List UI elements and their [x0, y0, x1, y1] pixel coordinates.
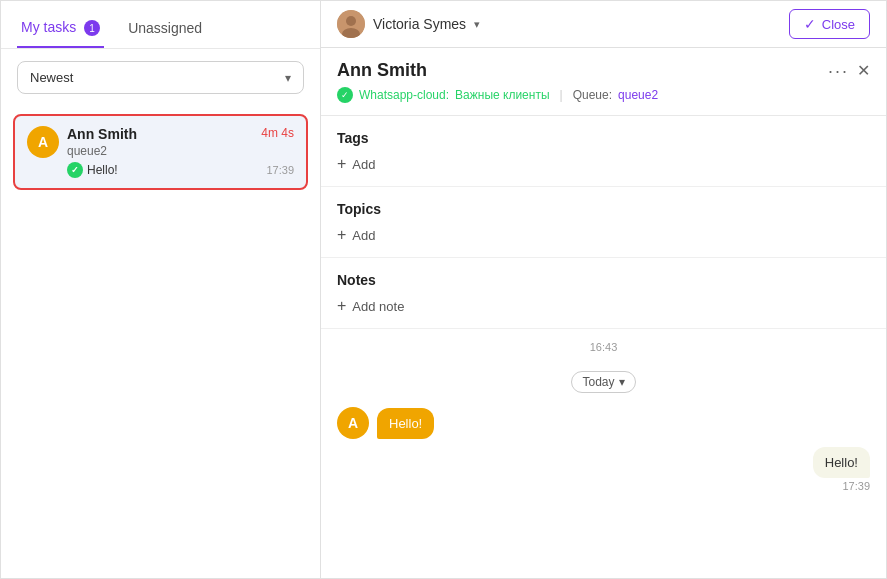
outgoing-time: 17:39 [813, 480, 870, 492]
notes-section: Notes + Add note [321, 258, 886, 329]
right-panel: Victoria Symes ▾ ✓ Close Ann Smith ··· ✕… [321, 1, 886, 578]
channel-name: Важные клиенты [455, 88, 549, 102]
right-header: Victoria Symes ▾ ✓ Close [321, 1, 886, 48]
content-area: Tags + Add Topics + Add Notes + Add [321, 115, 886, 578]
left-panel: My tasks 1 Unassigned Newest ▾ A [1, 1, 321, 578]
header-actions: ··· ✕ [828, 61, 870, 80]
outgoing-message-text: Hello! [825, 455, 858, 470]
sort-label: Newest [30, 70, 73, 85]
check-icon: ✓ [804, 16, 816, 32]
whatsapp-meta-icon: ✓ [337, 87, 353, 103]
outgoing-message-row: Hello! 17:39 [337, 447, 870, 492]
close-label: Close [822, 17, 855, 32]
add-tag-label: Add [352, 157, 375, 172]
tabs-row: My tasks 1 Unassigned [1, 1, 320, 49]
incoming-avatar: A [337, 407, 369, 439]
conv-time-badge: 4m 4s [261, 126, 294, 140]
topics-section: Topics + Add [321, 187, 886, 258]
contact-header: Ann Smith ··· ✕ [321, 48, 886, 87]
conv-msg: ✓ Hello! [67, 162, 118, 178]
plus-icon: + [337, 156, 346, 172]
today-chevron-icon: ▾ [619, 375, 625, 389]
tab-unassigned[interactable]: Unassigned [124, 12, 206, 48]
conv-info: Ann Smith queue2 [67, 126, 137, 158]
incoming-message-row: A Hello! [337, 407, 870, 439]
add-note-button[interactable]: + Add note [337, 298, 870, 314]
conv-message-text: Hello! [87, 163, 118, 177]
agent-avatar [337, 10, 365, 38]
incoming-bubble: Hello! [377, 408, 434, 439]
conv-header: A Ann Smith queue2 4m 4s [27, 126, 294, 158]
my-tasks-label: My tasks [21, 19, 76, 35]
conv-message-row: ✓ Hello! 17:39 [27, 162, 294, 178]
sort-dropdown[interactable]: Newest ▾ [17, 61, 304, 94]
contact-meta: ✓ Whatsapp-cloud: Важные клиенты | Queue… [321, 87, 886, 115]
chevron-down-icon: ▾ [285, 71, 291, 85]
outgoing-bubble: Hello! [813, 447, 870, 478]
more-options-button[interactable]: ··· [828, 62, 849, 80]
add-tag-button[interactable]: + Add [337, 156, 870, 172]
add-note-label: Add note [352, 299, 404, 314]
add-topic-button[interactable]: + Add [337, 227, 870, 243]
conv-left: A Ann Smith queue2 [27, 126, 137, 158]
agent-chevron-icon: ▾ [474, 18, 480, 31]
incoming-message-text: Hello! [389, 416, 422, 431]
outgoing-bubble-wrapper: Hello! 17:39 [813, 447, 870, 492]
meta-separator: | [560, 88, 563, 102]
today-row: Today ▾ [337, 371, 870, 393]
chat-area: 16:43 Today ▾ A Hello! [321, 329, 886, 500]
conversation-item[interactable]: A Ann Smith queue2 4m 4s ✓ Hello! 17:3 [13, 114, 308, 190]
whatsapp-icon: ✓ [67, 162, 83, 178]
plus-icon: + [337, 227, 346, 243]
queue-label: Queue: [573, 88, 612, 102]
conv-name: Ann Smith [67, 126, 137, 142]
queue-value: queue2 [618, 88, 658, 102]
agent-name: Victoria Symes [373, 16, 466, 32]
agent-info[interactable]: Victoria Symes ▾ [337, 10, 480, 38]
close-button[interactable]: ✓ Close [789, 9, 870, 39]
tags-title: Tags [337, 130, 870, 146]
contact-avatar: A [27, 126, 59, 158]
conv-msg-time: 17:39 [266, 164, 294, 176]
conversation-list: A Ann Smith queue2 4m 4s ✓ Hello! 17:3 [1, 106, 320, 578]
today-label: Today [582, 375, 614, 389]
sort-row: Newest ▾ [1, 49, 320, 106]
unassigned-label: Unassigned [128, 20, 202, 36]
channel-type: Whatsapp-cloud: [359, 88, 449, 102]
svg-point-1 [346, 16, 356, 26]
chat-timestamp: 16:43 [337, 341, 870, 353]
contact-name: Ann Smith [337, 60, 427, 81]
tags-section: Tags + Add [321, 116, 886, 187]
conv-queue: queue2 [67, 144, 137, 158]
notes-title: Notes [337, 272, 870, 288]
plus-icon: + [337, 298, 346, 314]
add-topic-label: Add [352, 228, 375, 243]
today-badge[interactable]: Today ▾ [571, 371, 635, 393]
my-tasks-badge: 1 [84, 20, 100, 36]
topics-title: Topics [337, 201, 870, 217]
tab-my-tasks[interactable]: My tasks 1 [17, 11, 104, 48]
close-x-button[interactable]: ✕ [857, 61, 870, 80]
